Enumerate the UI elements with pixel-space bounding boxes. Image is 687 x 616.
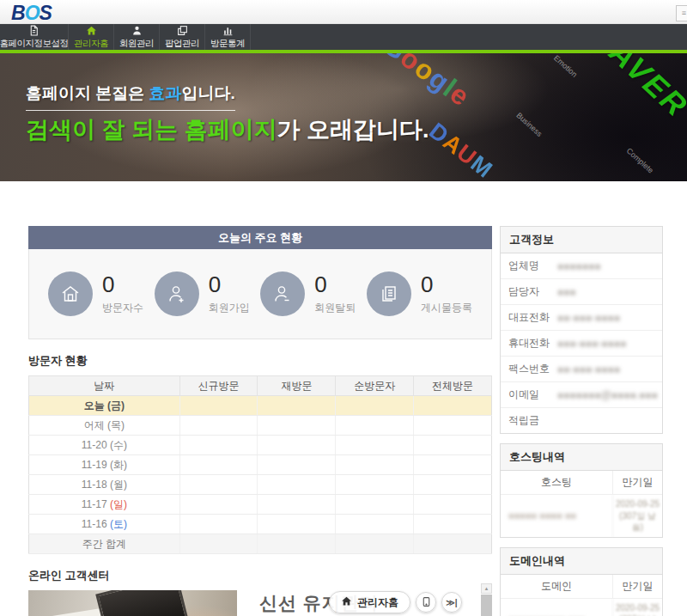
customer-info-value: ●●-●●●-●●●● <box>552 358 625 381</box>
stat-item-2: 0회원탈퇴 <box>260 271 356 316</box>
hosting-name: ●●●●● ●●●● ●● <box>501 495 612 537</box>
customer-info-row: 담당자●●● <box>501 279 662 305</box>
nav-item-label: 홈페이지정보설정 <box>0 38 69 50</box>
day-of-week-text: (토) <box>110 518 127 530</box>
visitors-value-cell <box>336 475 414 495</box>
visitors-value-cell <box>414 515 492 534</box>
domain-box: 도메인내역 도메인 만기일 ●●●●●●●●●●.●●● 2020-09-25(… <box>500 547 663 616</box>
visitors-value-cell <box>258 534 336 554</box>
stat-value: 0 <box>209 273 250 296</box>
nav-item-label: 관리자홈 <box>74 38 108 50</box>
visitors-date-cell: 주간 합계 <box>29 534 180 554</box>
customer-info-label: 담당자 <box>501 279 552 304</box>
customer-info-label: 대표전화 <box>501 305 552 330</box>
nav-item-0[interactable]: 홈페이지정보설정 <box>0 24 69 50</box>
main-nav: 홈페이지정보설정관리자홈회원관리팝업관리방문통계 <box>0 24 687 53</box>
visitors-column-header: 순방문자 <box>336 376 414 396</box>
visitors-date-cell: 11-16 (토) <box>29 515 180 534</box>
hero-headline-2: 검색이 잘 되는 홈페이지가 오래갑니다. <box>26 114 429 145</box>
nav-item-2[interactable]: 회원관리 <box>114 24 160 50</box>
daum-logo-decoration: DAUM <box>423 118 497 181</box>
visitors-value-cell <box>179 515 258 534</box>
floating-toolbar: 관리자홈 ≫| <box>329 591 462 613</box>
visitors-value-cell <box>258 455 336 475</box>
visitors-table-row: 11-17 (일) <box>29 495 492 515</box>
visitors-date-cell: 오늘 (금) <box>29 396 180 416</box>
home-icon <box>86 25 97 36</box>
corner-button[interactable]: ≡ <box>676 5 687 21</box>
visitors-value-cell <box>336 396 414 416</box>
skip-button[interactable]: ≫| <box>441 592 462 613</box>
domain-table-header: 도메인 만기일 <box>501 575 662 599</box>
hosting-col-name: 호스팅 <box>501 471 612 494</box>
nav-item-4[interactable]: 방문통계 <box>205 24 251 50</box>
visitors-table: 날짜신규방문재방문순방문자전체방문 오늘 (금)어제 (목)11-20 (수)1… <box>28 375 492 554</box>
visitors-value-cell <box>414 416 492 436</box>
customer-info-box: 고객정보 업체명●●●●●●●담당자●●●대표전화●●-●●●-●●●●휴대전화… <box>500 226 663 434</box>
logo-letter-s: S <box>40 2 52 24</box>
visitors-table-row: 11-16 (토) <box>29 515 492 534</box>
date-text: 오늘 <box>84 399 107 412</box>
hosting-box: 호스팅내역 호스팅 만기일 ●●●●● ●●●● ●● 2020-09-25(3… <box>500 443 663 538</box>
visitors-date-cell: 11-20 (수) <box>29 436 180 455</box>
scrollbar-thumb[interactable] <box>481 595 492 616</box>
visitors-value-cell <box>414 455 492 475</box>
visitors-value-cell <box>414 495 492 515</box>
customer-info-row: 이메일●●●●●●●@●●●●.●●● <box>501 382 662 408</box>
customer-info-value: ●●●●●●● <box>552 255 606 278</box>
nav-item-1[interactable]: 관리자홈 <box>69 24 114 50</box>
today-panel-body: 0방문자수0회원가입0회원탈퇴0게시물등록 <box>28 249 492 339</box>
visitors-value-cell <box>179 534 258 554</box>
visitors-value-cell <box>179 455 258 475</box>
stats-icon <box>222 25 234 36</box>
nav-item-label: 팝업관리 <box>165 38 199 50</box>
customer-info-value: ●●●-●●●-●●●● <box>552 332 631 355</box>
nav-item-3[interactable]: 팝업관리 <box>160 24 205 50</box>
today-panel-header: 오늘의 주요 현황 <box>28 226 492 249</box>
photo-tablet-shape <box>95 590 190 616</box>
hero-line2-accent: 검색이 잘 되는 홈페이지 <box>26 117 277 143</box>
hero-bg-word: Complete <box>625 146 655 174</box>
visitors-value-cell <box>336 515 414 534</box>
bos-logo[interactable]: BOS <box>11 2 52 25</box>
visitors-table-row: 주간 합계 <box>29 534 492 554</box>
top-bar: BOS ≡ <box>0 0 687 24</box>
home-icon <box>341 595 352 609</box>
hosting-expiry-remaining: (307일 남음) <box>619 511 656 533</box>
stat-label: 회원가입 <box>209 301 250 315</box>
stat-item-0: 0방문자수 <box>48 271 143 316</box>
floating-admin-home-label: 관리자홈 <box>357 595 398 610</box>
domain-expiry: 2020-09-25(307일 남음) <box>612 599 662 616</box>
hosting-table-header: 호스팅 만기일 <box>501 471 662 495</box>
scroll-up-arrow-icon[interactable]: ▲ <box>481 583 492 594</box>
visitors-date-cell: 어제 (목) <box>29 416 180 436</box>
content-scrollbar[interactable]: ▲ <box>481 583 492 616</box>
hosting-expiry-date: 2020-09-25 <box>616 499 660 509</box>
stat-value: 0 <box>102 273 143 296</box>
customer-info-value <box>552 410 562 431</box>
nav-item-label: 회원관리 <box>119 38 154 50</box>
visitors-table-row: 오늘 (금) <box>29 396 492 416</box>
stat-label: 회원탈퇴 <box>314 301 356 315</box>
visitors-table-header-row: 날짜신규방문재방문순방문자전체방문 <box>29 376 492 396</box>
hosting-col-expiry: 만기일 <box>612 471 662 494</box>
customer-info-row: 대표전화●●-●●●-●●●● <box>501 305 662 331</box>
hero-bg-word: Business <box>514 111 544 138</box>
stat-item-1: 0회원가입 <box>155 271 250 316</box>
visitors-section-title: 방문자 현황 <box>28 353 492 369</box>
visitors-value-cell <box>179 495 258 515</box>
visitors-value-cell <box>414 396 492 416</box>
visitors-value-cell <box>179 475 258 495</box>
hero-headline-1: 홈페이지 본질은 효과입니다. <box>26 82 235 111</box>
visitors-table-row: 11-19 (화) <box>29 455 492 475</box>
date-text: 11-16 <box>82 518 110 530</box>
visitors-table-row: 11-20 (수) <box>29 436 492 455</box>
stat-value: 0 <box>314 273 356 296</box>
mobile-view-button[interactable] <box>416 592 436 613</box>
date-text: 11-20 <box>82 439 110 451</box>
hero-banner: Google NAVER DAUM Emotion Business Compl… <box>0 53 687 181</box>
visitors-value-cell <box>336 436 414 455</box>
floating-admin-home-button[interactable]: 관리자홈 <box>329 591 410 613</box>
hero-bg-word: Emotion <box>552 53 579 79</box>
visitors-value-cell <box>258 396 336 416</box>
